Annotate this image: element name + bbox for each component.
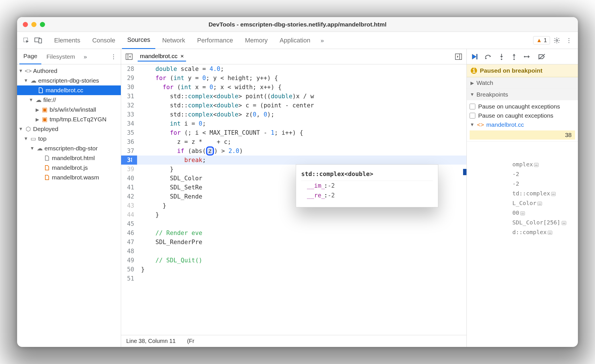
step-icon[interactable]	[524, 54, 531, 60]
issues-badge[interactable]: ▲1	[533, 36, 550, 44]
window-title: DevTools - emscripten-dbg-stories.netlif…	[17, 21, 578, 28]
breakpoints-header[interactable]: ▼Breakpoints	[467, 89, 578, 100]
breakpoint-file[interactable]: ▼<>mandelbrot.cc	[470, 120, 575, 129]
tree-origin-1[interactable]: ▼☁emscripten-dbg-stories	[17, 76, 121, 85]
svg-point-13	[514, 58, 515, 60]
file-tree: ▼<>Authored ▼☁emscripten-dbg-stories man…	[17, 64, 121, 347]
tabs-overflow-icon[interactable]: »	[317, 35, 327, 46]
toggle-debugger-icon[interactable]	[453, 52, 464, 62]
window: DevTools - emscripten-dbg-stories.netlif…	[17, 17, 578, 347]
tree-top[interactable]: ▼▭top	[17, 134, 121, 144]
paused-banner: i Paused on breakpoint	[467, 64, 578, 77]
tab-memory[interactable]: Memory	[240, 32, 273, 49]
pause-caught-checkbox[interactable]: Pause on caught exceptions	[470, 111, 575, 120]
scope-values: omplex-2-2td::complexL_Color00SDL_Color[…	[512, 159, 578, 237]
tree-authored[interactable]: ▼<>Authored	[17, 66, 121, 76]
tree-fileproto[interactable]: ▼☁file://	[17, 95, 121, 105]
tab-network[interactable]: Network	[157, 32, 190, 49]
navigator-more-icon[interactable]: ⋮	[108, 52, 119, 62]
tooltip-type: std::complex<double>	[301, 167, 433, 181]
tree-file-wasm[interactable]: mandelbrot.wasm	[17, 173, 121, 182]
body: Page Filesystem » ⋮ ▼<>Authored ▼☁emscri…	[17, 49, 578, 347]
device-toolbar-icon[interactable]	[33, 35, 43, 46]
toggle-navigator-icon[interactable]	[124, 52, 134, 62]
debugger-panel: i Paused on breakpoint ▶Watch ▼Breakpoin…	[467, 49, 578, 347]
breakpoint-line[interactable]: 38	[470, 130, 575, 140]
inspect-icon[interactable]	[21, 35, 31, 46]
pause-uncaught-checkbox[interactable]: Pause on uncaught exceptions	[470, 102, 575, 111]
value-tooltip: std::complex<double> __im_: -2__re_: -2	[296, 164, 438, 207]
tree-file-js[interactable]: mandelbrot.js	[17, 163, 121, 173]
step-over-icon[interactable]	[484, 54, 492, 60]
info-icon: i	[471, 68, 477, 74]
svg-point-9	[485, 58, 487, 59]
more-icon[interactable]: ⋮	[564, 35, 574, 46]
titlebar: DevTools - emscripten-dbg-stories.netlif…	[17, 17, 578, 32]
settings-icon[interactable]	[552, 35, 562, 46]
navigator-tab-filesystem[interactable]: Filesystem	[42, 49, 79, 64]
tree-origin-2[interactable]: ▼☁emscripten-dbg-stor	[17, 144, 121, 153]
svg-rect-2	[39, 39, 42, 43]
svg-point-3	[556, 40, 558, 41]
main-toolbar: Elements Console Sources Network Perform…	[17, 32, 578, 49]
tab-console[interactable]: Console	[87, 32, 121, 49]
navigator-tab-page[interactable]: Page	[19, 49, 41, 64]
step-into-icon[interactable]	[499, 53, 504, 60]
tree-folder-2[interactable]: ▶▣tmp/tmp.ELcTq2YGN	[17, 114, 121, 124]
step-out-icon[interactable]	[511, 53, 517, 60]
resume-icon[interactable]	[471, 54, 478, 60]
navigator-tabs-overflow-icon[interactable]: »	[80, 52, 90, 62]
tree-file-html[interactable]: mandelbrot.html	[17, 153, 121, 163]
watch-section[interactable]: ▶Watch	[467, 77, 578, 89]
editor-statusbar: Line 38, Column 11 (Fr	[121, 335, 466, 347]
tab-performance[interactable]: Performance	[192, 32, 238, 49]
tab-sources[interactable]: Sources	[122, 32, 155, 49]
breakpoints-section: ▼Breakpoints Pause on uncaught exception…	[467, 89, 578, 142]
svg-point-11	[501, 58, 502, 60]
editor-panel: mandelbrot.cc× 28 double scale = 4.0;29 …	[121, 49, 467, 347]
svg-rect-8	[476, 54, 477, 59]
tree-file-selected[interactable]: mandelbrot.cc	[17, 85, 121, 95]
warn-count: 1	[544, 37, 547, 44]
editor-tab[interactable]: mandelbrot.cc×	[138, 52, 186, 62]
tree-deployed[interactable]: ▼⬡Deployed	[17, 124, 121, 134]
tree-folder-1[interactable]: ▶▣b/s/w/ir/x/w/install	[17, 105, 121, 114]
tab-elements[interactable]: Elements	[49, 32, 85, 49]
close-tab-icon[interactable]: ×	[180, 53, 184, 60]
cursor-position: Line 38, Column 11	[126, 338, 176, 344]
tab-application[interactable]: Application	[274, 32, 315, 49]
coverage-marker	[463, 169, 466, 175]
debugger-toolbar	[467, 49, 578, 64]
status-extra: (Fr	[187, 338, 194, 344]
deactivate-breakpoints-icon[interactable]	[538, 54, 545, 60]
navigator-panel: Page Filesystem » ⋮ ▼<>Authored ▼☁emscri…	[17, 49, 121, 347]
svg-point-15	[524, 56, 525, 57]
